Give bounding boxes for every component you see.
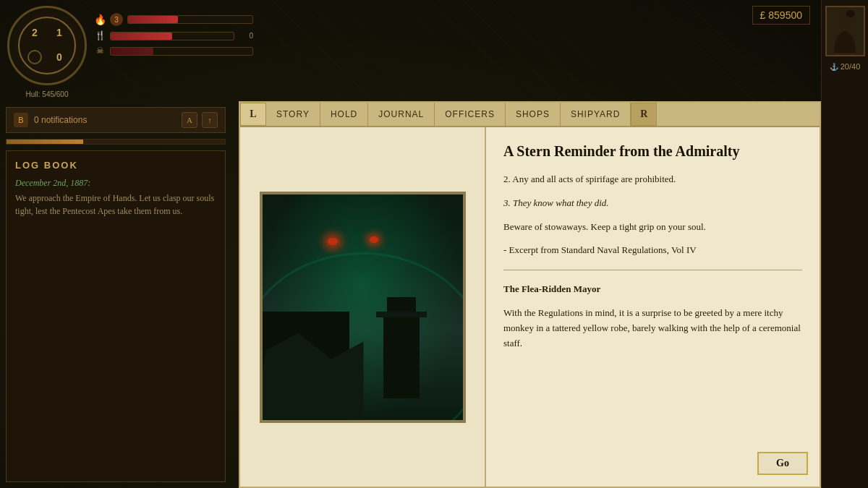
story-image xyxy=(260,192,466,423)
hull-label: Hull: 545/600 xyxy=(26,90,69,98)
story-para-2: 3. They know what they did. xyxy=(503,196,802,211)
char-count: 20/40 xyxy=(841,62,861,71)
tab-shops[interactable]: Shops xyxy=(506,103,561,126)
tab-officers[interactable]: Officers xyxy=(435,103,506,126)
story-para-3: Beware of stowaways. Keep a tight grip o… xyxy=(503,220,802,235)
clock-num-tl: 2 xyxy=(32,27,38,38)
terror-bar xyxy=(110,47,253,56)
skull-icon: ☠ xyxy=(94,46,106,56)
stats-bars: 🔥 3 🍴 0 ☠ xyxy=(94,13,253,56)
tower xyxy=(383,312,420,398)
fuel-bar xyxy=(127,15,253,24)
tower-platform xyxy=(376,312,427,317)
top-hud: 2 1 0 Hull: 545/600 🔥 3 🍴 0 ☠ xyxy=(0,0,868,101)
left-sidebar: B 0 notifications A ↑ LOG BOOK December … xyxy=(0,101,231,488)
fork-icon: 🍴 xyxy=(94,30,106,41)
eye-right xyxy=(370,236,378,243)
logbook-title: LOG BOOK xyxy=(15,160,216,171)
xp-fill xyxy=(7,140,83,144)
notif-up-button[interactable]: ↑ xyxy=(202,112,218,128)
supplies-value: 0 xyxy=(239,32,253,40)
book-panel: L Story Hold Journal Officers Shops Ship… xyxy=(239,101,821,488)
clock-indicator xyxy=(27,50,42,64)
xp-bar xyxy=(6,139,226,145)
tab-hold[interactable]: Hold xyxy=(320,103,368,126)
right-panel: ⚓ 20/40 xyxy=(821,0,868,488)
logbook-text: We approach the Empire of Hands. Let us … xyxy=(15,192,216,218)
right-page: A Stern Reminder from the Admiralty 2. A… xyxy=(486,127,820,487)
svg-point-2 xyxy=(846,10,855,17)
tab-nav-left[interactable]: L xyxy=(240,103,266,126)
notifications-bar: B 0 notifications A ↑ xyxy=(6,107,226,133)
story-title: A Stern Reminder from the Admiralty xyxy=(503,142,802,160)
portrait-silhouette xyxy=(830,9,859,53)
anchor-icon: ⚓ xyxy=(830,63,838,71)
logbook-date: December 2nd, 1887: xyxy=(15,178,216,189)
go-button-container: Go xyxy=(757,452,808,475)
terror-row: ☠ xyxy=(94,46,253,56)
character-badge: ⚓ 20/40 xyxy=(830,62,861,71)
terror-bar-fill xyxy=(111,48,153,55)
supplies-bar xyxy=(110,32,234,40)
tab-bar: L Story Hold Journal Officers Shops Ship… xyxy=(240,103,820,127)
fuel-row: 🔥 3 xyxy=(94,13,253,26)
story-para-1: 2. Any and all acts of spirifage are pro… xyxy=(503,172,802,187)
go-button[interactable]: Go xyxy=(757,452,808,475)
notif-b-badge: B xyxy=(14,113,28,127)
flame-icon: 🔥 xyxy=(94,14,106,26)
story-body: 2. Any and all acts of spirifage are pro… xyxy=(503,172,802,351)
fuel-badge: 3 xyxy=(110,13,123,26)
eye-left xyxy=(328,238,338,245)
logbook: LOG BOOK December 2nd, 1887: We approach… xyxy=(6,150,226,482)
clock-num-tr: 1 xyxy=(56,27,62,38)
supplies-row: 🍴 0 xyxy=(94,30,253,41)
currency-display: £ 859500 xyxy=(752,6,810,25)
image-foliage xyxy=(263,275,463,420)
left-page xyxy=(240,127,486,487)
story-subheading: The Flea-Ridden Mayor xyxy=(503,282,802,297)
clock-compass: 2 1 0 xyxy=(7,6,87,85)
notif-count: 0 notifications xyxy=(34,115,176,125)
supplies-bar-fill xyxy=(111,33,172,40)
story-para-5: With the Regulations in mind, it is a su… xyxy=(503,306,802,351)
divider xyxy=(503,270,802,270)
notif-actions: A ↑ xyxy=(182,112,218,128)
fuel-bar-fill xyxy=(128,16,178,23)
tab-nav-right[interactable]: R xyxy=(631,103,657,126)
notif-a-badge[interactable]: A xyxy=(182,112,197,128)
clock-num-br: 0 xyxy=(56,51,62,63)
tab-story[interactable]: Story xyxy=(266,103,320,126)
tab-shipyard[interactable]: Shipyard xyxy=(561,103,631,126)
book-content: A Stern Reminder from the Admiralty 2. A… xyxy=(240,127,820,487)
character-portrait xyxy=(825,6,865,56)
svg-rect-1 xyxy=(843,25,848,30)
story-para-4: - Excerpt from Standard Naval Regulation… xyxy=(503,243,802,258)
tab-journal[interactable]: Journal xyxy=(368,103,435,126)
